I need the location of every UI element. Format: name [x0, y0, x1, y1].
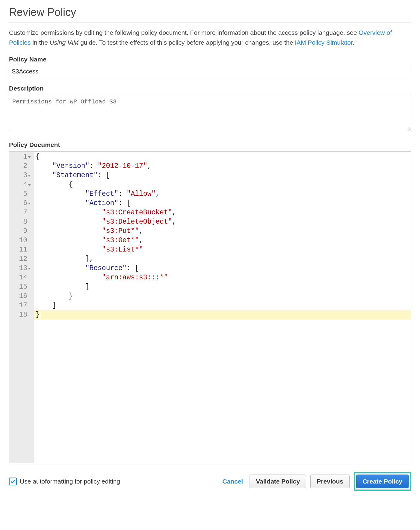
code-line[interactable]: { [36, 180, 411, 189]
code-line[interactable]: "Resource": [ [36, 264, 411, 273]
intro-seg-2: in the [32, 39, 49, 46]
line-number: 8 [9, 217, 31, 227]
editor-gutter: 123456789101112131415161718 [9, 152, 34, 463]
line-number: 18 [9, 310, 31, 320]
code-line[interactable]: "Action": [ [36, 199, 411, 208]
line-number: 10 [9, 236, 31, 245]
policy-document-editor[interactable]: 123456789101112131415161718 { "Version":… [9, 151, 411, 463]
code-line[interactable]: "s3:Put*", [36, 227, 411, 236]
line-number: 9 [9, 227, 31, 236]
checkbox-icon [9, 478, 17, 485]
validate-button[interactable]: Validate Policy [250, 475, 306, 488]
code-line[interactable]: "Effect": "Allow", [36, 189, 411, 199]
policy-document-label: Policy Document [9, 141, 411, 148]
policy-name-label: Policy Name [9, 56, 411, 63]
line-number: 5 [9, 189, 31, 199]
intro-seg-1: Customize permissions by editing the fol… [9, 29, 359, 36]
code-line[interactable]: ] [36, 282, 411, 292]
create-button[interactable]: Create Policy [356, 475, 409, 488]
line-number: 6 [9, 199, 31, 208]
line-number: 3 [9, 171, 31, 180]
code-line[interactable]: } [36, 310, 411, 320]
simulator-link[interactable]: IAM Policy Simulator [295, 39, 353, 46]
line-number: 4 [9, 180, 31, 189]
policy-name-input[interactable] [9, 66, 411, 77]
description-input[interactable]: Permissions for WP Offload S3 [9, 95, 411, 131]
intro-seg-4: . [353, 39, 354, 46]
line-number: 15 [9, 282, 31, 292]
cancel-button[interactable]: Cancel [220, 475, 245, 488]
line-number: 12 [9, 255, 31, 264]
intro-text: Customize permissions by editing the fol… [9, 28, 411, 47]
editor-code[interactable]: { "Version": "2012-10-17", "Statement": … [34, 152, 411, 463]
line-number: 13 [9, 264, 31, 273]
description-label: Description [9, 85, 411, 92]
line-number: 2 [9, 162, 31, 171]
code-line[interactable]: ] [36, 301, 411, 310]
code-line[interactable]: "s3:DeleteObject", [36, 217, 411, 227]
page-title: Review Policy [9, 6, 411, 22]
line-number: 14 [9, 273, 31, 282]
autoformat-label: Use autoformatting for policy editing [20, 478, 120, 485]
guide-name: Using IAM [49, 39, 78, 46]
line-number: 7 [9, 208, 31, 217]
code-line[interactable]: "arn:aws:s3:::*" [36, 273, 411, 282]
code-line[interactable]: "s3:CreateBucket", [36, 208, 411, 217]
code-line[interactable]: "s3:Get*", [36, 236, 411, 245]
code-line[interactable]: ], [36, 255, 411, 264]
previous-button[interactable]: Previous [310, 475, 350, 488]
autoformat-toggle[interactable]: Use autoformatting for policy editing [9, 478, 120, 485]
code-line[interactable]: "Statement": [ [36, 171, 411, 180]
footer-bar: Use autoformatting for policy editing Ca… [9, 469, 411, 491]
line-number: 1 [9, 152, 31, 162]
code-line[interactable]: } [36, 292, 411, 301]
code-line[interactable]: { [36, 152, 411, 162]
line-number: 11 [9, 245, 31, 255]
create-highlight: Create Policy [354, 472, 411, 491]
code-line[interactable]: "s3:List*" [36, 245, 411, 255]
line-number: 17 [9, 301, 31, 310]
intro-seg-3: guide. To test the effects of this polic… [80, 39, 295, 46]
line-number: 16 [9, 292, 31, 301]
code-line[interactable]: "Version": "2012-10-17", [36, 162, 411, 171]
